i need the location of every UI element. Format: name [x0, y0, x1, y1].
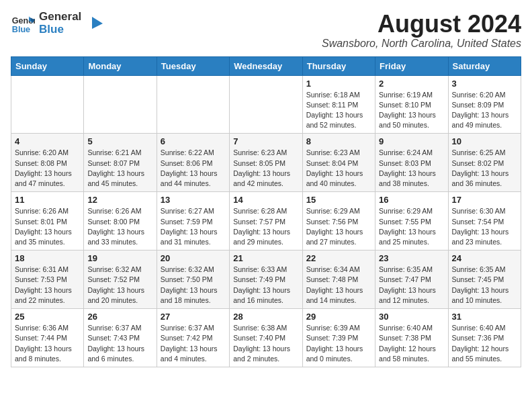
logo-icon: General Blue — [11, 11, 35, 36]
calendar-cell — [230, 75, 302, 134]
calendar-cell: 22Sunrise: 6:34 AM Sunset: 7:48 PM Dayli… — [302, 250, 375, 309]
calendar-cell: 26Sunrise: 6:37 AM Sunset: 7:43 PM Dayli… — [84, 309, 157, 367]
calendar-cell: 21Sunrise: 6:33 AM Sunset: 7:49 PM Dayli… — [230, 250, 302, 309]
weekday-header-wednesday: Wednesday — [230, 56, 302, 75]
day-number: 19 — [87, 253, 152, 263]
calendar-cell: 5Sunrise: 6:21 AM Sunset: 8:07 PM Daylig… — [84, 134, 157, 192]
svg-text:Blue: Blue — [12, 24, 30, 34]
day-info: Sunrise: 6:35 AM Sunset: 7:47 PM Dayligh… — [379, 265, 444, 306]
title-block: August 2024 Swansboro, North Carolina, U… — [322, 11, 521, 50]
calendar-cell: 7Sunrise: 6:23 AM Sunset: 8:05 PM Daylig… — [230, 134, 302, 192]
day-info: Sunrise: 6:29 AM Sunset: 7:55 PM Dayligh… — [379, 206, 444, 247]
day-number: 13 — [161, 195, 226, 205]
day-number: 31 — [452, 312, 517, 322]
calendar-cell: 11Sunrise: 6:26 AM Sunset: 8:01 PM Dayli… — [11, 192, 84, 250]
day-info: Sunrise: 6:20 AM Sunset: 8:08 PM Dayligh… — [15, 148, 80, 189]
day-number: 11 — [15, 195, 80, 205]
calendar-cell: 10Sunrise: 6:25 AM Sunset: 8:02 PM Dayli… — [448, 134, 521, 192]
calendar-week-5: 25Sunrise: 6:36 AM Sunset: 7:44 PM Dayli… — [11, 309, 521, 367]
day-number: 1 — [306, 79, 371, 89]
day-info: Sunrise: 6:40 AM Sunset: 7:36 PM Dayligh… — [452, 323, 517, 364]
calendar-cell: 29Sunrise: 6:39 AM Sunset: 7:39 PM Dayli… — [302, 309, 375, 367]
day-info: Sunrise: 6:31 AM Sunset: 7:53 PM Dayligh… — [15, 265, 80, 306]
calendar-cell: 3Sunrise: 6:20 AM Sunset: 8:09 PM Daylig… — [448, 75, 521, 134]
day-info: Sunrise: 6:18 AM Sunset: 8:11 PM Dayligh… — [306, 90, 371, 131]
logo-arrow-icon — [85, 14, 104, 33]
day-info: Sunrise: 6:38 AM Sunset: 7:40 PM Dayligh… — [233, 323, 298, 364]
day-number: 5 — [87, 136, 152, 146]
day-number: 3 — [452, 79, 517, 89]
day-info: Sunrise: 6:28 AM Sunset: 7:57 PM Dayligh… — [233, 206, 298, 247]
calendar-table: SundayMondayTuesdayWednesdayThursdayFrid… — [11, 56, 521, 367]
day-number: 26 — [87, 312, 152, 322]
calendar-cell: 24Sunrise: 6:35 AM Sunset: 7:45 PM Dayli… — [448, 250, 521, 309]
day-info: Sunrise: 6:33 AM Sunset: 7:49 PM Dayligh… — [233, 265, 298, 306]
calendar-cell — [11, 75, 84, 134]
calendar-cell: 4Sunrise: 6:20 AM Sunset: 8:08 PM Daylig… — [11, 134, 84, 192]
calendar-cell: 19Sunrise: 6:32 AM Sunset: 7:52 PM Dayli… — [84, 250, 157, 309]
calendar-cell: 6Sunrise: 6:22 AM Sunset: 8:06 PM Daylig… — [157, 134, 229, 192]
weekday-header-thursday: Thursday — [302, 56, 375, 75]
day-number: 25 — [15, 312, 80, 322]
day-info: Sunrise: 6:23 AM Sunset: 8:05 PM Dayligh… — [233, 148, 298, 189]
day-number: 15 — [306, 195, 371, 205]
day-info: Sunrise: 6:27 AM Sunset: 7:59 PM Dayligh… — [161, 206, 226, 247]
day-info: Sunrise: 6:39 AM Sunset: 7:39 PM Dayligh… — [306, 323, 371, 364]
location-subtitle: Swansboro, North Carolina, United States — [322, 38, 521, 50]
calendar-cell: 31Sunrise: 6:40 AM Sunset: 7:36 PM Dayli… — [448, 309, 521, 367]
day-number: 21 — [233, 253, 298, 263]
day-number: 12 — [87, 195, 152, 205]
day-info: Sunrise: 6:36 AM Sunset: 7:44 PM Dayligh… — [15, 323, 80, 364]
calendar-cell: 27Sunrise: 6:37 AM Sunset: 7:42 PM Dayli… — [157, 309, 229, 367]
calendar-cell: 17Sunrise: 6:30 AM Sunset: 7:54 PM Dayli… — [448, 192, 521, 250]
day-info: Sunrise: 6:35 AM Sunset: 7:45 PM Dayligh… — [452, 265, 517, 306]
day-info: Sunrise: 6:26 AM Sunset: 8:00 PM Dayligh… — [87, 206, 152, 247]
day-info: Sunrise: 6:32 AM Sunset: 7:50 PM Dayligh… — [161, 265, 226, 306]
day-number: 10 — [452, 136, 517, 146]
day-info: Sunrise: 6:32 AM Sunset: 7:52 PM Dayligh… — [87, 265, 152, 306]
svg-marker-4 — [92, 17, 103, 29]
day-number: 23 — [379, 253, 444, 263]
day-info: Sunrise: 6:30 AM Sunset: 7:54 PM Dayligh… — [452, 206, 517, 247]
day-number: 18 — [15, 253, 80, 263]
day-info: Sunrise: 6:22 AM Sunset: 8:06 PM Dayligh… — [161, 148, 226, 189]
calendar-week-3: 11Sunrise: 6:26 AM Sunset: 8:01 PM Dayli… — [11, 192, 521, 250]
day-number: 7 — [233, 136, 298, 146]
day-number: 28 — [233, 312, 298, 322]
calendar-cell: 28Sunrise: 6:38 AM Sunset: 7:40 PM Dayli… — [230, 309, 302, 367]
calendar-cell: 14Sunrise: 6:28 AM Sunset: 7:57 PM Dayli… — [230, 192, 302, 250]
day-number: 24 — [452, 253, 517, 263]
calendar-cell: 9Sunrise: 6:24 AM Sunset: 8:03 PM Daylig… — [375, 134, 448, 192]
calendar-cell — [84, 75, 157, 134]
calendar-week-2: 4Sunrise: 6:20 AM Sunset: 8:08 PM Daylig… — [11, 134, 521, 192]
day-info: Sunrise: 6:25 AM Sunset: 8:02 PM Dayligh… — [452, 148, 517, 189]
calendar-week-1: 1Sunrise: 6:18 AM Sunset: 8:11 PM Daylig… — [11, 75, 521, 134]
calendar-cell: 23Sunrise: 6:35 AM Sunset: 7:47 PM Dayli… — [375, 250, 448, 309]
day-info: Sunrise: 6:37 AM Sunset: 7:43 PM Dayligh… — [87, 323, 152, 364]
calendar-cell: 8Sunrise: 6:23 AM Sunset: 8:04 PM Daylig… — [302, 134, 375, 192]
day-info: Sunrise: 6:34 AM Sunset: 7:48 PM Dayligh… — [306, 265, 371, 306]
weekday-header-friday: Friday — [375, 56, 448, 75]
weekday-header-tuesday: Tuesday — [157, 56, 229, 75]
calendar-cell: 16Sunrise: 6:29 AM Sunset: 7:55 PM Dayli… — [375, 192, 448, 250]
day-info: Sunrise: 6:37 AM Sunset: 7:42 PM Dayligh… — [161, 323, 226, 364]
day-info: Sunrise: 6:26 AM Sunset: 8:01 PM Dayligh… — [15, 206, 80, 247]
day-info: Sunrise: 6:24 AM Sunset: 8:03 PM Dayligh… — [379, 148, 444, 189]
calendar-cell: 20Sunrise: 6:32 AM Sunset: 7:50 PM Dayli… — [157, 250, 229, 309]
day-number: 22 — [306, 253, 371, 263]
day-info: Sunrise: 6:23 AM Sunset: 8:04 PM Dayligh… — [306, 148, 371, 189]
weekday-header-sunday: Sunday — [11, 56, 84, 75]
day-info: Sunrise: 6:29 AM Sunset: 7:56 PM Dayligh… — [306, 206, 371, 247]
day-number: 9 — [379, 136, 444, 146]
month-year-title: August 2024 — [322, 11, 521, 38]
day-number: 8 — [306, 136, 371, 146]
calendar-cell: 30Sunrise: 6:40 AM Sunset: 7:38 PM Dayli… — [375, 309, 448, 367]
weekday-header-monday: Monday — [84, 56, 157, 75]
calendar-cell — [157, 75, 229, 134]
day-info: Sunrise: 6:19 AM Sunset: 8:10 PM Dayligh… — [379, 90, 444, 131]
day-number: 17 — [452, 195, 517, 205]
day-number: 14 — [233, 195, 298, 205]
day-number: 2 — [379, 79, 444, 89]
calendar-cell: 25Sunrise: 6:36 AM Sunset: 7:44 PM Dayli… — [11, 309, 84, 367]
day-info: Sunrise: 6:20 AM Sunset: 8:09 PM Dayligh… — [452, 90, 517, 131]
